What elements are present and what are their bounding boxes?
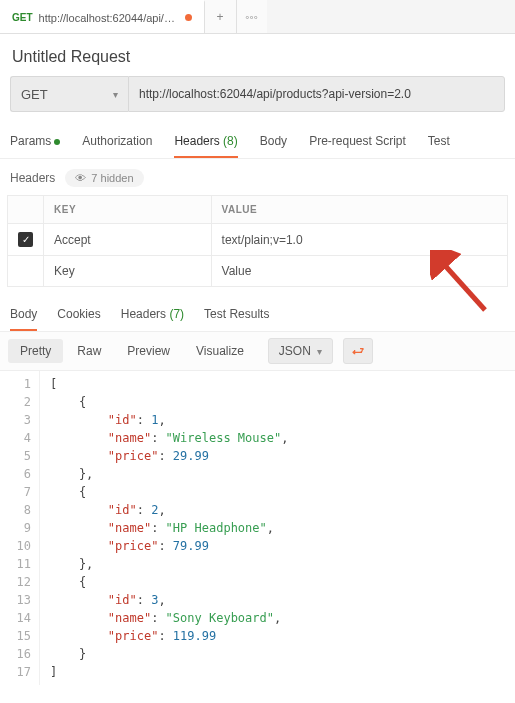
value-col-head: VALUE xyxy=(211,196,507,224)
params-active-dot-icon xyxy=(54,139,60,145)
code-content[interactable]: [ { "id": 1, "name": "Wireless Mouse", "… xyxy=(40,371,298,685)
preview-button[interactable]: Preview xyxy=(115,339,182,363)
chevron-down-icon: ▾ xyxy=(317,346,322,357)
response-tabs: Body Cookies Headers (7) Test Results xyxy=(0,297,515,332)
method-badge: GET xyxy=(12,12,33,23)
request-subtabs: Params Authorization Headers (8) Body Pr… xyxy=(0,124,515,159)
url-row: GET ▾ xyxy=(0,76,515,124)
checkbox-col-head xyxy=(8,196,44,224)
request-tab[interactable]: GET http://localhost:62044/api/prod... xyxy=(0,0,205,33)
format-dropdown[interactable]: JSON ▾ xyxy=(268,338,333,364)
tab-body[interactable]: Body xyxy=(260,124,287,158)
tab-params[interactable]: Params xyxy=(10,124,60,158)
new-tab-button[interactable]: + xyxy=(205,0,237,33)
tab-headers-label: Headers xyxy=(174,134,219,148)
response-body: 1234567891011121314151617 [ { "id": 1, "… xyxy=(0,371,515,685)
tab-headers[interactable]: Headers (8) xyxy=(174,124,237,158)
method-picker[interactable]: GET ▾ xyxy=(10,76,128,112)
pretty-button[interactable]: Pretty xyxy=(8,339,63,363)
resp-tab-headers[interactable]: Headers (7) xyxy=(121,297,184,331)
line-gutter: 1234567891011121314151617 xyxy=(0,371,40,685)
pretty-bar: Pretty Raw Preview Visualize JSON ▾ ⮐ xyxy=(0,332,515,371)
visualize-button[interactable]: Visualize xyxy=(184,339,256,363)
tab-bar: GET http://localhost:62044/api/prod... +… xyxy=(0,0,515,34)
header-key-placeholder[interactable]: Key xyxy=(44,256,212,287)
resp-tab-testresults[interactable]: Test Results xyxy=(204,297,269,331)
tab-options-button[interactable]: ◦◦◦ xyxy=(237,0,267,33)
tab-params-label: Params xyxy=(10,134,51,148)
table-row-empty: Key Value xyxy=(8,256,508,287)
headers-table: KEY VALUE ✓ Accept text/plain;v=1.0 Key … xyxy=(7,195,508,287)
request-title: Untitled Request xyxy=(0,34,515,76)
wrap-line-button[interactable]: ⮐ xyxy=(343,338,373,364)
headers-bar: Headers 👁 7 hidden xyxy=(0,159,515,195)
header-value-placeholder[interactable]: Value xyxy=(211,256,507,287)
hidden-headers-toggle[interactable]: 👁 7 hidden xyxy=(65,169,143,187)
row-checkbox[interactable]: ✓ xyxy=(18,232,33,247)
unsaved-dot-icon xyxy=(185,14,192,21)
tab-title: http://localhost:62044/api/prod... xyxy=(39,12,179,24)
resp-tab-cookies[interactable]: Cookies xyxy=(57,297,100,331)
url-input[interactable] xyxy=(128,76,505,112)
tab-tests[interactable]: Test xyxy=(428,124,450,158)
hidden-count: 7 hidden xyxy=(91,172,133,184)
row-checkbox-empty[interactable] xyxy=(8,256,44,287)
format-label: JSON xyxy=(279,344,311,358)
tab-prerequest[interactable]: Pre-request Script xyxy=(309,124,406,158)
tab-authorization[interactable]: Authorization xyxy=(82,124,152,158)
header-key-cell[interactable]: Accept xyxy=(44,224,212,256)
resp-tab-headers-label: Headers xyxy=(121,307,166,321)
resp-tab-body[interactable]: Body xyxy=(10,297,37,331)
method-picker-label: GET xyxy=(21,87,48,102)
chevron-down-icon: ▾ xyxy=(113,89,118,100)
wrap-icon: ⮐ xyxy=(352,344,364,358)
raw-button[interactable]: Raw xyxy=(65,339,113,363)
resp-tab-headers-count: (7) xyxy=(169,307,184,321)
headers-title: Headers xyxy=(10,171,55,185)
eye-icon: 👁 xyxy=(75,172,86,184)
header-value-cell[interactable]: text/plain;v=1.0 xyxy=(211,224,507,256)
table-row: ✓ Accept text/plain;v=1.0 xyxy=(8,224,508,256)
key-col-head: KEY xyxy=(44,196,212,224)
tab-headers-count: (8) xyxy=(223,134,238,148)
